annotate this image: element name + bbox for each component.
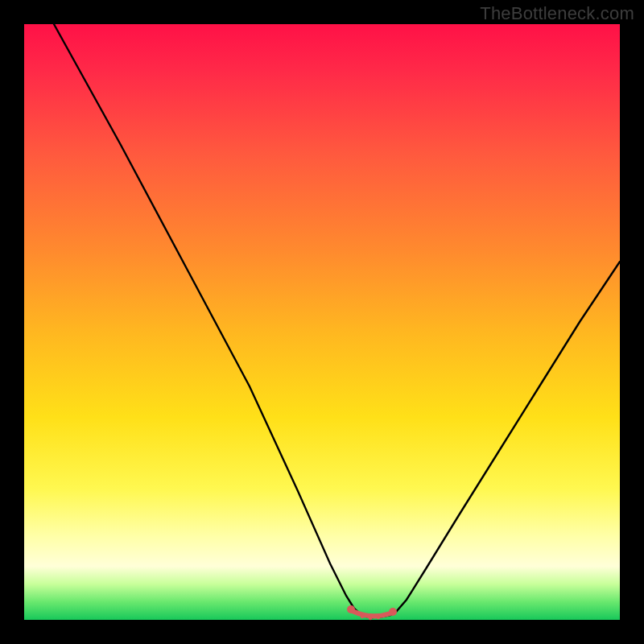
flat-region-marker-left xyxy=(347,605,355,613)
chart-frame: TheBottleneck.com xyxy=(0,0,644,644)
flat-region-marker-right xyxy=(389,608,397,616)
flat-dot xyxy=(377,616,380,619)
flat-region-line xyxy=(353,611,390,616)
bottleneck-curve xyxy=(24,24,620,620)
watermark-text: TheBottleneck.com xyxy=(480,3,634,24)
flat-dot xyxy=(361,615,364,618)
flat-dot xyxy=(369,617,372,620)
curve-path xyxy=(54,24,620,617)
